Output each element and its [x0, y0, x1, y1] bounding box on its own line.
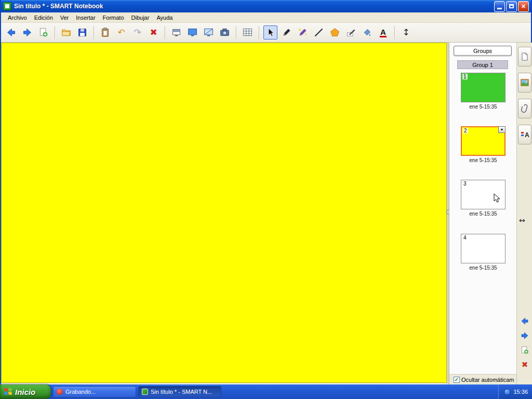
window-title: Sin título * - SMART Notebook [14, 3, 494, 10]
undo-icon[interactable]: ↶ [114, 25, 128, 39]
start-button[interactable]: Inicio [0, 384, 51, 399]
move-toolbar-icon[interactable]: ↕ [399, 25, 413, 39]
drawing-canvas[interactable] [1, 43, 447, 383]
toolbar-separator [259, 26, 259, 39]
page-menu-dropdown-icon[interactable]: ▼ [498, 126, 506, 133]
save-icon[interactable] [75, 25, 89, 39]
task-smart-notebook[interactable]: Sin título * - SMART N... [138, 386, 221, 397]
svg-text:A: A [525, 131, 529, 139]
app-icon [3, 2, 11, 10]
autohide-checkbox[interactable]: ✓ [454, 377, 460, 383]
page-4-thumb[interactable]: 4 [461, 234, 506, 263]
task-label: Sin título * - SMART N... [151, 389, 212, 395]
resize-handle-icon[interactable]: ↔ [519, 216, 525, 224]
page-thumbnail-4: 4 ene 5-15:35 [461, 234, 506, 271]
side-tab-strip: A ↔ ✖ [516, 43, 532, 384]
menu-archivo[interactable]: Archivo [4, 14, 31, 22]
capture-icon[interactable] [218, 25, 232, 39]
shapes-tool-icon[interactable] [328, 25, 342, 39]
toolbar-separator [236, 26, 236, 39]
autohide-row: ✓ Ocultar automáticam [449, 374, 517, 384]
toolbar-separator [165, 26, 165, 39]
gallery-tab[interactable] [518, 73, 531, 92]
page-timestamp: ene 5-15:35 [461, 157, 506, 163]
full-screen-icon[interactable] [185, 25, 200, 39]
page-number: 2 [463, 128, 468, 134]
page-timestamp: ene 5-15:35 [461, 265, 506, 271]
menu-insertar[interactable]: Insertar [72, 14, 99, 22]
page-number: 1 [462, 74, 468, 79]
taskbar-clock: 15:36 [513, 389, 528, 395]
paste-icon[interactable] [98, 25, 112, 39]
attachments-tab[interactable] [518, 99, 531, 118]
group-header[interactable]: Group 1 [457, 60, 508, 69]
page-timestamp: ene 5-15:35 [461, 104, 506, 110]
pen-tool-icon[interactable] [280, 25, 294, 39]
menu-ayuda[interactable]: Ayuda [153, 14, 176, 22]
minimize-button[interactable] [494, 1, 505, 12]
mouse-cursor [493, 193, 501, 204]
page-sorter-tab[interactable] [518, 47, 531, 66]
next-page-nav-icon[interactable] [518, 329, 531, 342]
content-area: Groups Group 1 1 ene 5-15:35 2 ▼ ene 5-1… [1, 43, 531, 384]
maximize-button[interactable] [506, 1, 517, 12]
menu-bar: Archivo Edición Ver Insertar Formato Dib… [1, 12, 531, 23]
smart-board-tray-icon[interactable] [504, 389, 511, 395]
table-icon[interactable] [241, 25, 255, 39]
main-toolbar: ↶ ↷ ✖ [1, 23, 531, 43]
page-thumbnail-1: 1 ene 5-15:35 [461, 73, 506, 110]
magic-pen-tool-icon[interactable] [344, 25, 358, 39]
close-button[interactable]: ✕ [518, 1, 529, 12]
page-sorter-panel: Groups Group 1 1 ene 5-15:35 2 ▼ ene 5-1… [449, 43, 516, 384]
groups-button[interactable]: Groups [454, 46, 512, 56]
page-number: 4 [462, 235, 468, 241]
previous-page-nav-icon[interactable] [518, 315, 531, 327]
task-label: Grabando... [65, 389, 96, 395]
open-icon[interactable] [59, 25, 73, 39]
add-page-icon[interactable] [36, 25, 50, 39]
menu-dibujar[interactable]: Dibujar [128, 14, 153, 22]
taskbar: Inicio Grabando... Sin título * - SMART … [0, 384, 532, 399]
screen-shade-icon[interactable] [169, 25, 183, 39]
start-label: Inicio [15, 388, 35, 396]
select-tool-icon[interactable] [263, 25, 277, 39]
recorder-icon [57, 389, 63, 395]
creative-pen-tool-icon[interactable] [296, 25, 310, 39]
toolbar-separator [55, 26, 55, 39]
properties-tab[interactable]: A [518, 125, 531, 144]
toolbar-separator [394, 26, 395, 39]
page-1-thumb[interactable]: 1 [461, 73, 506, 102]
line-tool-icon[interactable] [312, 25, 326, 39]
page-number: 3 [462, 181, 468, 187]
system-tray: 15:36 [498, 384, 532, 399]
previous-page-icon[interactable] [4, 25, 18, 39]
task-grabando[interactable]: Grabando... [53, 386, 136, 397]
menu-ver[interactable]: Ver [57, 14, 73, 22]
page-2-thumb[interactable]: 2 ▼ [461, 126, 506, 156]
page-timestamp: ene 5-15:35 [461, 211, 506, 217]
delete-icon[interactable]: ✖ [147, 25, 161, 39]
toolbar-separator [94, 26, 94, 39]
add-page-nav-icon[interactable] [518, 344, 531, 356]
transparent-background-icon[interactable] [202, 25, 216, 39]
redo-icon[interactable]: ↷ [130, 25, 144, 39]
title-bar: Sin título * - SMART Notebook ✕ [1, 0, 531, 12]
notebook-icon [142, 389, 148, 395]
menu-edicion[interactable]: Edición [31, 14, 57, 22]
autohide-label: Ocultar automáticam [461, 377, 514, 383]
text-tool-icon[interactable]: A [376, 25, 390, 39]
close-sidebar-icon[interactable]: ✖ [518, 358, 531, 371]
page-thumbnail-2: 2 ▼ ene 5-15:35 [461, 126, 506, 163]
fill-tool-icon[interactable] [360, 25, 374, 39]
menu-formato[interactable]: Formato [99, 14, 128, 22]
smart-notebook-window: Sin título * - SMART Notebook ✕ Archivo … [0, 0, 532, 399]
windows-logo-icon [4, 388, 12, 395]
next-page-icon[interactable] [20, 25, 34, 39]
